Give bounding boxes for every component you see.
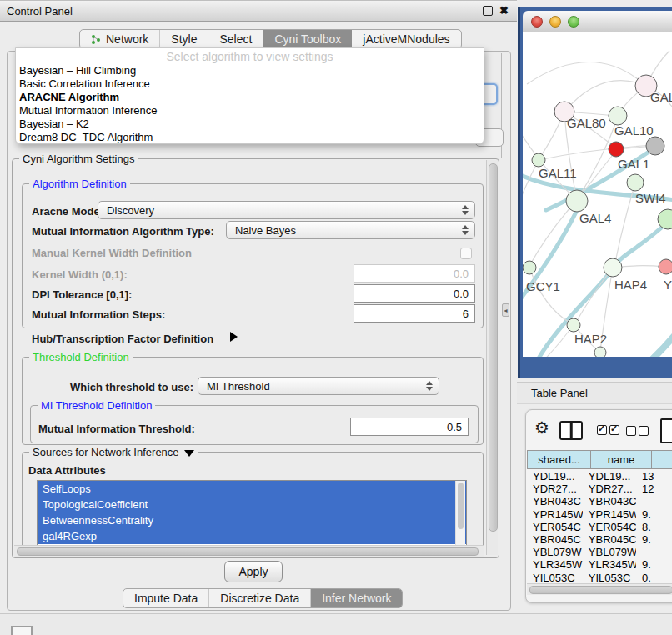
- table-cell: YDR27...: [527, 482, 583, 495]
- close-icon[interactable]: ✖: [499, 7, 509, 15]
- table-cell: YIL053C: [527, 572, 583, 584]
- network-node[interactable]: [594, 347, 606, 357]
- network-window-titlebar[interactable]: [523, 11, 672, 33]
- column-header-shared[interactable]: shared...: [527, 450, 590, 469]
- table-panel-title: Table Panel: [531, 387, 588, 399]
- tab-select[interactable]: Select: [208, 30, 263, 48]
- table-cell: YBL079W: [527, 546, 583, 558]
- table-cell: YBR045C: [583, 533, 636, 546]
- network-node[interactable]: [646, 137, 664, 155]
- settings-horizontal-scrollbar-thumb[interactable]: [17, 548, 479, 556]
- manual-kernel-width-checkbox[interactable]: [460, 248, 472, 259]
- algorithm-option-aracne-algorithm[interactable]: ARACNE Algorithm: [16, 91, 484, 104]
- table-row[interactable]: YER054CYER054C8.: [527, 521, 672, 533]
- node-label-hap2: HAP2: [574, 332, 607, 346]
- network-node-hap4[interactable]: [604, 258, 622, 277]
- settings-horizontal-scrollbar[interactable]: [14, 545, 484, 557]
- minimized-panel-icon[interactable]: [11, 626, 33, 635]
- algorithm-option-mutual-information-inference[interactable]: Mutual Information Inference: [16, 104, 484, 118]
- network-node-hap2[interactable]: [567, 318, 580, 332]
- dpi-tolerance-label: DPI Tolerance [0,1]:: [32, 288, 132, 301]
- mi-algorithm-type-value: Naive Bayes: [235, 224, 296, 237]
- data-attributes-list[interactable]: SelfLoopsTopologicalCoefficientBetweenne…: [37, 480, 467, 548]
- network-node-gal4[interactable]: [566, 190, 588, 212]
- table-cell: YLR345W: [583, 558, 636, 571]
- attribute-item-betweennesscentrality[interactable]: BetweennessCentrality: [38, 512, 466, 528]
- node-label-gal4: GAL4: [579, 211, 611, 225]
- table-cell: 0.: [636, 572, 672, 584]
- deselect-all-checkboxes-icon[interactable]: [626, 426, 649, 436]
- combo-arrows-icon: [426, 381, 433, 391]
- network-node-gcy1[interactable]: [523, 261, 536, 274]
- table-horizontal-scrollbar-thumb[interactable]: [529, 586, 672, 594]
- table-row[interactable]: YBL079WYBL079W: [527, 546, 672, 558]
- table-row[interactable]: YDR27...YDR27...12: [527, 482, 672, 495]
- columns-icon[interactable]: [559, 421, 583, 440]
- table-cell: [636, 546, 672, 558]
- table-row[interactable]: YBR043CYBR043C: [527, 495, 672, 508]
- table-row[interactable]: YPR145WYPR145W9.: [527, 508, 672, 521]
- apply-button[interactable]: Apply: [224, 561, 283, 582]
- node-label-gal10: GAL10: [614, 123, 654, 138]
- table-row[interactable]: YBR045CYBR045C9.: [527, 533, 672, 546]
- minimize-traffic-light-icon[interactable]: [549, 16, 561, 28]
- settings-vertical-scrollbar[interactable]: [486, 160, 498, 555]
- mi-steps-input[interactable]: 6: [354, 304, 475, 322]
- mi-threshold-label: Mutual Information Threshold:: [38, 422, 195, 435]
- collapse-down-icon[interactable]: [184, 450, 194, 457]
- panel-splitter-handle[interactable]: ◂: [502, 303, 509, 317]
- column-header-name[interactable]: name: [590, 450, 651, 469]
- mi-threshold-input[interactable]: 0.5: [350, 418, 469, 436]
- bottom-strip: [0, 614, 672, 635]
- gear-icon[interactable]: ⚙: [534, 419, 549, 436]
- close-traffic-light-icon[interactable]: [531, 16, 543, 28]
- tab-impute-data[interactable]: Impute Data: [123, 589, 209, 608]
- table-row[interactable]: YDL19...YDL19...13: [527, 470, 672, 482]
- table-cell: YIL053C: [583, 572, 636, 584]
- column-header-a[interactable]: A: [651, 450, 672, 469]
- tab-infer-network[interactable]: Infer Network: [311, 589, 402, 608]
- tab-style[interactable]: Style: [160, 30, 208, 48]
- table-row[interactable]: YLR345WYLR345W9.: [527, 558, 672, 571]
- settings-vertical-scrollbar-thumb[interactable]: [489, 163, 498, 532]
- network-node-swi4[interactable]: [627, 174, 644, 191]
- attributes-list-scrollbar-thumb[interactable]: [458, 482, 464, 529]
- which-threshold-select[interactable]: MI Threshold: [198, 377, 439, 395]
- algorithm-option-bayesian-hill-climbing[interactable]: Bayesian – Hill Climbing: [16, 64, 484, 78]
- attributes-list-scrollbar[interactable]: [455, 481, 465, 546]
- attribute-item-gal4rgexp[interactable]: gal4RGexp: [38, 528, 466, 544]
- network-node-gal11[interactable]: [532, 153, 545, 167]
- zoom-traffic-light-icon[interactable]: [568, 16, 579, 28]
- tab-label: Infer Network: [322, 592, 391, 605]
- network-canvas[interactable]: GALGAL80GAL10GAL1GAL11SWI4GAL4GCY1HAP4YH…: [523, 32, 672, 357]
- control-panel-tabbar: NetworkStyleSelectCyni ToolboxjActiveMNo…: [79, 29, 462, 49]
- document-icon[interactable]: [660, 418, 672, 443]
- tab-jactivemnodules[interactable]: jActiveMNodules: [352, 30, 460, 48]
- node-label-swi4: SWI4: [635, 191, 666, 205]
- dpi-tolerance-input[interactable]: 0.0: [354, 284, 475, 302]
- network-node-gal1[interactable]: [609, 142, 624, 157]
- control-panel-titlebar: Control Panel ✖: [0, 0, 517, 22]
- table-row[interactable]: YIL053CYIL053C0.: [527, 572, 672, 584]
- algorithm-option-dream8-dc-tdc-algorithm[interactable]: Dream8 DC_TDC Algorithm: [16, 131, 484, 144]
- tab-network[interactable]: Network: [80, 30, 160, 48]
- attribute-item-topologicalcoefficient[interactable]: TopologicalCoefficient: [38, 497, 466, 512]
- expand-right-icon[interactable]: [230, 332, 238, 342]
- float-window-icon[interactable]: [483, 6, 493, 16]
- network-node-y[interactable]: [659, 259, 672, 274]
- kernel-width-input[interactable]: 0.0: [354, 264, 475, 282]
- select-all-checkboxes-icon[interactable]: [597, 425, 619, 435]
- tab-cyni-toolbox[interactable]: Cyni Toolbox: [263, 30, 352, 48]
- algorithm-option-basic-correlation-inference[interactable]: Basic Correlation Inference: [16, 78, 484, 91]
- aracne-mode-label: Aracne Mode:: [32, 205, 103, 218]
- attribute-item-selfloops[interactable]: SelfLoops: [38, 481, 466, 497]
- data-attributes-label: Data Attributes: [28, 464, 106, 477]
- algorithm-option-bayesian-k2[interactable]: Bayesian – K2: [16, 118, 484, 131]
- table-horizontal-scrollbar[interactable]: [527, 583, 672, 595]
- tab-label: Discretize Data: [220, 592, 299, 605]
- network-node-gal10[interactable]: [609, 107, 627, 125]
- table-cell: YER054C: [583, 521, 636, 533]
- tab-discretize-data[interactable]: Discretize Data: [209, 589, 311, 608]
- aracne-mode-select[interactable]: Discovery: [98, 201, 475, 219]
- mi-algorithm-type-select[interactable]: Naive Bayes: [226, 221, 475, 239]
